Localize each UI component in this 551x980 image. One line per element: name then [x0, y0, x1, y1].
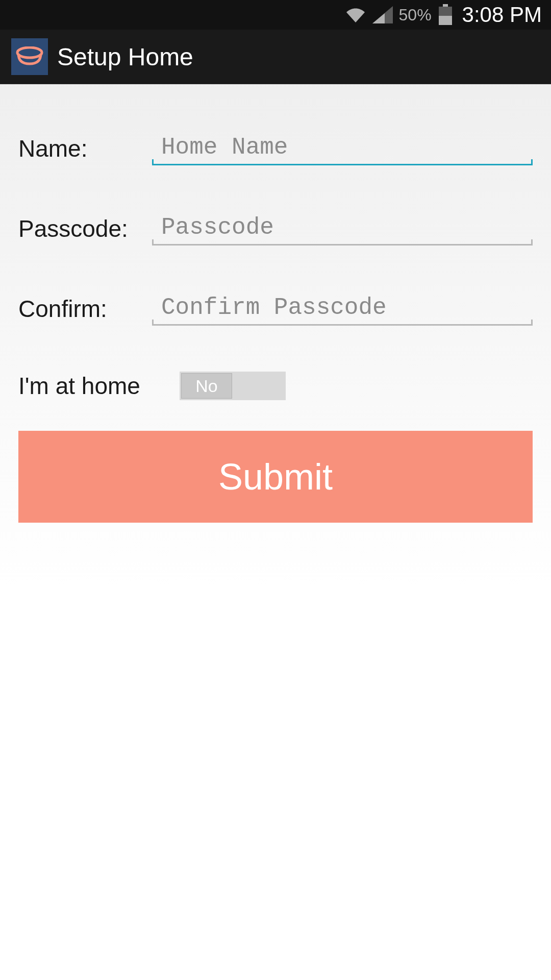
- name-input[interactable]: [152, 131, 533, 164]
- at-home-toggle[interactable]: No: [180, 372, 286, 400]
- at-home-label: I'm at home: [18, 372, 180, 400]
- submit-button[interactable]: Submit: [18, 431, 533, 523]
- confirm-row: Confirm:: [18, 291, 533, 326]
- form-container: Name: Passcode: Confirm: I'm at home No …: [0, 84, 551, 523]
- svg-rect-2: [439, 16, 452, 25]
- app-icon: [11, 38, 48, 75]
- svg-rect-0: [443, 4, 448, 7]
- at-home-row: I'm at home No: [18, 372, 533, 400]
- bowl-icon: [15, 46, 44, 67]
- status-time: 3:08 PM: [462, 3, 542, 27]
- battery-percent: 50%: [399, 6, 432, 24]
- wifi-icon: [345, 6, 366, 23]
- app-title: Setup Home: [57, 43, 193, 71]
- passcode-label: Passcode:: [18, 215, 152, 242]
- passcode-input[interactable]: [152, 211, 533, 244]
- passcode-row: Passcode:: [18, 211, 533, 246]
- battery-icon: [438, 4, 453, 26]
- status-bar: 50% 3:08 PM: [0, 0, 551, 30]
- toggle-thumb: No: [181, 373, 232, 399]
- cell-signal-icon: [372, 6, 393, 23]
- confirm-label: Confirm:: [18, 295, 152, 323]
- app-bar: Setup Home: [0, 30, 551, 84]
- name-row: Name:: [18, 131, 533, 165]
- svg-point-3: [17, 47, 42, 58]
- name-label: Name:: [18, 135, 152, 162]
- confirm-input[interactable]: [152, 291, 533, 324]
